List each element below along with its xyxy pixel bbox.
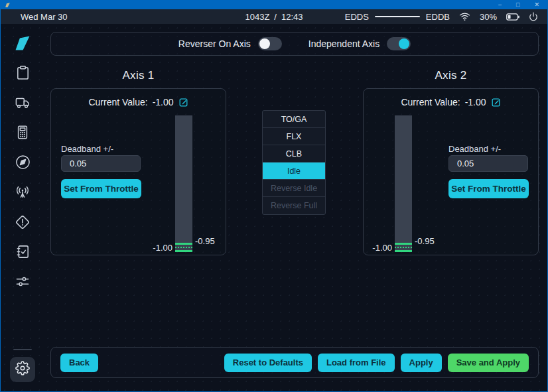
axis1-panel: Current Value: -1.00 -1.00 -0.95 Deadban… xyxy=(50,88,226,255)
app-window: – □ ✕ Wed Mar 30 1043Z / 12:43 EDDS EDDB… xyxy=(0,0,548,392)
sidebar-item-ground-services[interactable] xyxy=(1,88,44,117)
axis2-gauge xyxy=(395,115,412,252)
independent-axis-label: Independent Axis xyxy=(308,38,379,49)
axis1-gauge xyxy=(175,115,192,252)
axis1-gauge-upper-label: -0.95 xyxy=(195,236,215,246)
app-body: Reverser On Axis Independent Axis Axis 1… xyxy=(1,24,547,391)
detent-list: TO/GAFLXCLBIdleReverse IdleReverse Full xyxy=(262,110,326,215)
sidebar-item-home[interactable] xyxy=(1,28,44,58)
sidebar-item-compass[interactable] xyxy=(1,147,44,177)
axis1-current-value: -1.00 xyxy=(153,97,174,107)
truck-icon xyxy=(15,96,31,110)
sidebar-item-clipboard[interactable] xyxy=(1,58,44,88)
axis1-edit-value-icon[interactable] xyxy=(178,98,188,107)
route-origin: EDDS xyxy=(345,12,369,22)
gear-icon xyxy=(15,361,30,378)
axis2-deadband-label: Deadband +/- xyxy=(448,144,501,154)
save-and-apply-button[interactable]: Save and Apply xyxy=(448,354,529,372)
axis2-gauge-upper-label: -0.95 xyxy=(415,236,435,246)
route-progress-line xyxy=(375,16,420,17)
wifi-icon xyxy=(459,12,470,21)
reverser-on-axis-label: Reverser On Axis xyxy=(178,38,251,49)
clipboard-icon xyxy=(15,65,31,80)
status-local-time: 12:43 xyxy=(281,12,303,22)
checklist-icon xyxy=(15,244,31,259)
axis2-deadband-input[interactable] xyxy=(448,155,528,172)
sidebar-item-settings-sliders[interactable] xyxy=(1,267,44,296)
status-date: Wed Mar 30 xyxy=(21,12,68,22)
independent-axis-toggle-knob xyxy=(399,38,409,49)
calculator-icon xyxy=(15,125,30,140)
close-button[interactable]: ✕ xyxy=(534,0,539,9)
axis2-current-value: -1.00 xyxy=(465,97,486,107)
axis2-current-value-label: Current Value: xyxy=(401,97,460,107)
footer-bar: Back Reset to Defaults Load from File Ap… xyxy=(50,347,539,378)
axis2-gauge-deadband-marker xyxy=(395,243,412,252)
load-from-file-button[interactable]: Load from File xyxy=(318,354,395,372)
power-icon[interactable] xyxy=(529,12,538,21)
axis2-set-from-throttle-button[interactable]: Set From Throttle xyxy=(448,179,529,198)
battery-percent: 30% xyxy=(480,12,497,22)
apply-button[interactable]: Apply xyxy=(401,354,442,372)
antenna-icon xyxy=(15,184,31,200)
axis-options-bar: Reverser On Axis Independent Axis xyxy=(50,32,539,56)
sidebar-divider xyxy=(13,349,32,350)
reverser-toggle[interactable] xyxy=(258,37,282,50)
route-indicator: EDDS EDDB xyxy=(345,12,450,22)
status-utc-time: 1043Z xyxy=(245,12,269,22)
axis1-current-value-label: Current Value: xyxy=(88,97,147,107)
warning-diamond-icon xyxy=(15,214,31,230)
reset-to-defaults-button[interactable]: Reset to Defaults xyxy=(224,354,312,372)
battery-icon xyxy=(506,13,519,21)
detent-item-idle[interactable]: Idle xyxy=(263,163,325,180)
detent-item-clb[interactable]: CLB xyxy=(263,145,325,163)
axis2-edit-value-icon[interactable] xyxy=(491,98,501,107)
reverser-toggle-knob xyxy=(259,38,270,49)
minimize-button[interactable]: – xyxy=(498,0,502,9)
sidebar-item-radio[interactable] xyxy=(1,177,44,207)
axis1-gauge-lower-label: -1.00 xyxy=(129,243,172,253)
axis1-gauge-deadband-marker xyxy=(175,243,192,252)
detent-item-reverse-full: Reverse Full xyxy=(263,197,325,214)
sliders-icon xyxy=(15,275,31,289)
titlebar: – □ ✕ xyxy=(1,0,547,9)
route-destination: EDDB xyxy=(426,12,450,22)
axis2-panel: Current Value: -1.00 -1.00 -0.95 Deadban… xyxy=(363,88,539,255)
maximize-button[interactable]: □ xyxy=(516,0,519,9)
axis1-deadband-input[interactable] xyxy=(61,155,141,172)
axis2-gauge-lower-label: -1.00 xyxy=(364,243,392,253)
sidebar-item-settings[interactable] xyxy=(10,357,35,382)
axis1-title: Axis 1 xyxy=(50,69,226,82)
detent-item-flx[interactable]: FLX xyxy=(263,128,325,145)
compass-icon xyxy=(15,155,31,170)
axis1-set-from-throttle-button[interactable]: Set From Throttle xyxy=(61,179,141,198)
axis1-deadband-label: Deadband +/- xyxy=(61,144,113,154)
sidebar-bottom xyxy=(1,349,44,391)
detent-item-to-ga[interactable]: TO/GA xyxy=(263,111,325,128)
sidebar-item-calculator[interactable] xyxy=(1,117,44,147)
status-bar: Wed Mar 30 1043Z / 12:43 EDDS EDDB 30% xyxy=(1,9,547,24)
axis2-title: Axis 2 xyxy=(363,69,539,82)
independent-axis-toggle[interactable] xyxy=(387,37,411,50)
back-button[interactable]: Back xyxy=(60,354,98,372)
fenix-logo-icon xyxy=(13,34,33,52)
window-app-icon xyxy=(5,2,11,8)
sidebar-item-failures[interactable] xyxy=(1,207,44,237)
detent-item-reverse-idle: Reverse Idle xyxy=(263,180,325,197)
status-time-separator: / xyxy=(274,12,277,22)
sidebar xyxy=(1,24,44,391)
sidebar-item-checklist[interactable] xyxy=(1,237,44,267)
